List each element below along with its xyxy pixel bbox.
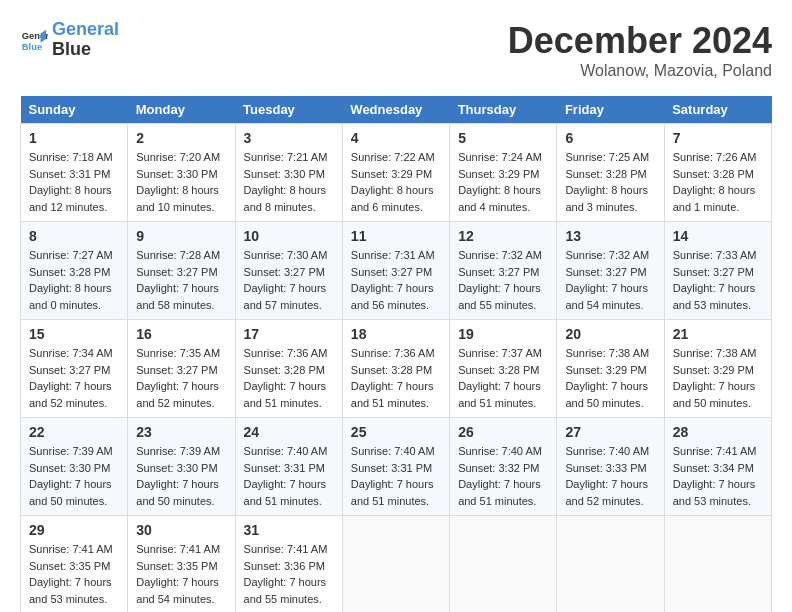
calendar-week-1: 1Sunrise: 7:18 AMSunset: 3:31 PMDaylight… (21, 124, 772, 222)
calendar-cell: 15Sunrise: 7:34 AMSunset: 3:27 PMDayligh… (21, 320, 128, 418)
day-info: Sunrise: 7:32 AMSunset: 3:27 PMDaylight:… (458, 247, 548, 313)
day-number: 10 (244, 228, 334, 244)
calendar-week-3: 15Sunrise: 7:34 AMSunset: 3:27 PMDayligh… (21, 320, 772, 418)
calendar-cell: 1Sunrise: 7:18 AMSunset: 3:31 PMDaylight… (21, 124, 128, 222)
calendar-cell: 6Sunrise: 7:25 AMSunset: 3:28 PMDaylight… (557, 124, 664, 222)
calendar-cell (342, 516, 449, 613)
day-info: Sunrise: 7:18 AMSunset: 3:31 PMDaylight:… (29, 149, 119, 215)
calendar-cell: 11Sunrise: 7:31 AMSunset: 3:27 PMDayligh… (342, 222, 449, 320)
day-info: Sunrise: 7:30 AMSunset: 3:27 PMDaylight:… (244, 247, 334, 313)
calendar-week-5: 29Sunrise: 7:41 AMSunset: 3:35 PMDayligh… (21, 516, 772, 613)
day-number: 11 (351, 228, 441, 244)
day-number: 29 (29, 522, 119, 538)
day-info: Sunrise: 7:33 AMSunset: 3:27 PMDaylight:… (673, 247, 763, 313)
day-info: Sunrise: 7:40 AMSunset: 3:31 PMDaylight:… (351, 443, 441, 509)
day-number: 12 (458, 228, 548, 244)
calendar-cell: 26Sunrise: 7:40 AMSunset: 3:32 PMDayligh… (450, 418, 557, 516)
calendar-week-4: 22Sunrise: 7:39 AMSunset: 3:30 PMDayligh… (21, 418, 772, 516)
calendar-cell: 28Sunrise: 7:41 AMSunset: 3:34 PMDayligh… (664, 418, 771, 516)
calendar-cell: 30Sunrise: 7:41 AMSunset: 3:35 PMDayligh… (128, 516, 235, 613)
day-info: Sunrise: 7:36 AMSunset: 3:28 PMDaylight:… (244, 345, 334, 411)
day-info: Sunrise: 7:37 AMSunset: 3:28 PMDaylight:… (458, 345, 548, 411)
day-number: 30 (136, 522, 226, 538)
calendar-cell: 27Sunrise: 7:40 AMSunset: 3:33 PMDayligh… (557, 418, 664, 516)
day-info: Sunrise: 7:40 AMSunset: 3:33 PMDaylight:… (565, 443, 655, 509)
day-number: 24 (244, 424, 334, 440)
calendar-cell: 7Sunrise: 7:26 AMSunset: 3:28 PMDaylight… (664, 124, 771, 222)
calendar-cell (450, 516, 557, 613)
day-info: Sunrise: 7:24 AMSunset: 3:29 PMDaylight:… (458, 149, 548, 215)
day-info: Sunrise: 7:39 AMSunset: 3:30 PMDaylight:… (29, 443, 119, 509)
day-number: 21 (673, 326, 763, 342)
calendar-body: 1Sunrise: 7:18 AMSunset: 3:31 PMDaylight… (21, 124, 772, 613)
day-number: 9 (136, 228, 226, 244)
calendar-cell: 29Sunrise: 7:41 AMSunset: 3:35 PMDayligh… (21, 516, 128, 613)
day-info: Sunrise: 7:31 AMSunset: 3:27 PMDaylight:… (351, 247, 441, 313)
location-subtitle: Wolanow, Mazovia, Poland (508, 62, 772, 80)
day-header-monday: Monday (128, 96, 235, 124)
day-number: 5 (458, 130, 548, 146)
day-header-friday: Friday (557, 96, 664, 124)
day-number: 14 (673, 228, 763, 244)
day-number: 27 (565, 424, 655, 440)
calendar-cell: 25Sunrise: 7:40 AMSunset: 3:31 PMDayligh… (342, 418, 449, 516)
day-number: 15 (29, 326, 119, 342)
calendar-cell: 12Sunrise: 7:32 AMSunset: 3:27 PMDayligh… (450, 222, 557, 320)
day-info: Sunrise: 7:27 AMSunset: 3:28 PMDaylight:… (29, 247, 119, 313)
day-info: Sunrise: 7:41 AMSunset: 3:36 PMDaylight:… (244, 541, 334, 607)
day-info: Sunrise: 7:22 AMSunset: 3:29 PMDaylight:… (351, 149, 441, 215)
calendar-cell: 24Sunrise: 7:40 AMSunset: 3:31 PMDayligh… (235, 418, 342, 516)
logo-icon: General Blue (20, 26, 48, 54)
day-info: Sunrise: 7:34 AMSunset: 3:27 PMDaylight:… (29, 345, 119, 411)
day-info: Sunrise: 7:28 AMSunset: 3:27 PMDaylight:… (136, 247, 226, 313)
page-header: General Blue GeneralBlue December 2024 W… (20, 20, 772, 80)
day-number: 16 (136, 326, 226, 342)
day-number: 18 (351, 326, 441, 342)
calendar-cell: 20Sunrise: 7:38 AMSunset: 3:29 PMDayligh… (557, 320, 664, 418)
day-info: Sunrise: 7:40 AMSunset: 3:32 PMDaylight:… (458, 443, 548, 509)
day-info: Sunrise: 7:41 AMSunset: 3:35 PMDaylight:… (136, 541, 226, 607)
calendar-cell: 18Sunrise: 7:36 AMSunset: 3:28 PMDayligh… (342, 320, 449, 418)
day-number: 6 (565, 130, 655, 146)
calendar-week-2: 8Sunrise: 7:27 AMSunset: 3:28 PMDaylight… (21, 222, 772, 320)
calendar-cell: 16Sunrise: 7:35 AMSunset: 3:27 PMDayligh… (128, 320, 235, 418)
day-number: 28 (673, 424, 763, 440)
day-number: 7 (673, 130, 763, 146)
day-header-thursday: Thursday (450, 96, 557, 124)
day-info: Sunrise: 7:39 AMSunset: 3:30 PMDaylight:… (136, 443, 226, 509)
calendar-cell: 22Sunrise: 7:39 AMSunset: 3:30 PMDayligh… (21, 418, 128, 516)
calendar-table: SundayMondayTuesdayWednesdayThursdayFrid… (20, 96, 772, 612)
day-info: Sunrise: 7:25 AMSunset: 3:28 PMDaylight:… (565, 149, 655, 215)
calendar-cell: 13Sunrise: 7:32 AMSunset: 3:27 PMDayligh… (557, 222, 664, 320)
title-block: December 2024 Wolanow, Mazovia, Poland (508, 20, 772, 80)
day-info: Sunrise: 7:21 AMSunset: 3:30 PMDaylight:… (244, 149, 334, 215)
day-info: Sunrise: 7:40 AMSunset: 3:31 PMDaylight:… (244, 443, 334, 509)
calendar-cell: 3Sunrise: 7:21 AMSunset: 3:30 PMDaylight… (235, 124, 342, 222)
day-info: Sunrise: 7:35 AMSunset: 3:27 PMDaylight:… (136, 345, 226, 411)
logo: General Blue GeneralBlue (20, 20, 119, 60)
day-number: 8 (29, 228, 119, 244)
day-number: 31 (244, 522, 334, 538)
calendar-cell: 4Sunrise: 7:22 AMSunset: 3:29 PMDaylight… (342, 124, 449, 222)
day-info: Sunrise: 7:36 AMSunset: 3:28 PMDaylight:… (351, 345, 441, 411)
day-info: Sunrise: 7:38 AMSunset: 3:29 PMDaylight:… (565, 345, 655, 411)
calendar-header-row: SundayMondayTuesdayWednesdayThursdayFrid… (21, 96, 772, 124)
day-header-tuesday: Tuesday (235, 96, 342, 124)
calendar-cell: 21Sunrise: 7:38 AMSunset: 3:29 PMDayligh… (664, 320, 771, 418)
day-number: 25 (351, 424, 441, 440)
day-number: 26 (458, 424, 548, 440)
svg-text:Blue: Blue (22, 42, 42, 52)
day-info: Sunrise: 7:38 AMSunset: 3:29 PMDaylight:… (673, 345, 763, 411)
calendar-cell: 5Sunrise: 7:24 AMSunset: 3:29 PMDaylight… (450, 124, 557, 222)
month-title: December 2024 (508, 20, 772, 62)
calendar-cell: 31Sunrise: 7:41 AMSunset: 3:36 PMDayligh… (235, 516, 342, 613)
day-info: Sunrise: 7:20 AMSunset: 3:30 PMDaylight:… (136, 149, 226, 215)
day-header-sunday: Sunday (21, 96, 128, 124)
calendar-cell: 17Sunrise: 7:36 AMSunset: 3:28 PMDayligh… (235, 320, 342, 418)
day-info: Sunrise: 7:41 AMSunset: 3:35 PMDaylight:… (29, 541, 119, 607)
day-number: 1 (29, 130, 119, 146)
day-header-saturday: Saturday (664, 96, 771, 124)
calendar-cell: 2Sunrise: 7:20 AMSunset: 3:30 PMDaylight… (128, 124, 235, 222)
calendar-cell: 8Sunrise: 7:27 AMSunset: 3:28 PMDaylight… (21, 222, 128, 320)
calendar-cell (664, 516, 771, 613)
